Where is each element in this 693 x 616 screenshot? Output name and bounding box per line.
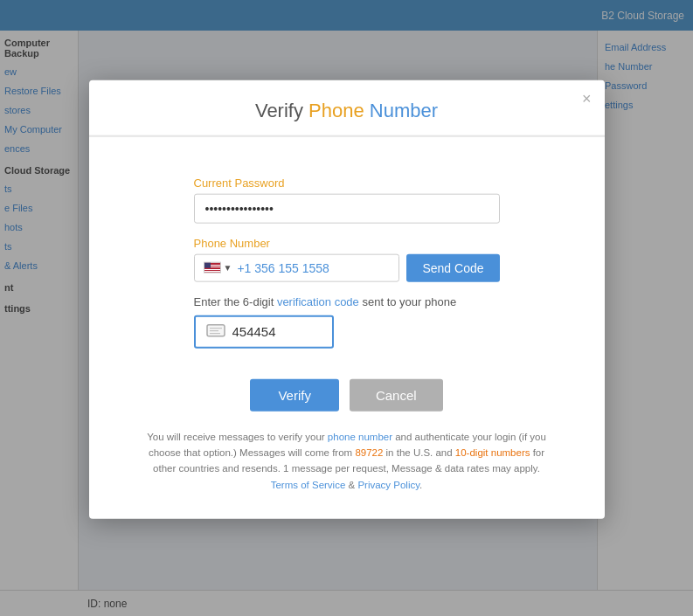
header-divider [89,135,605,136]
footer-line3: choose that option.) Messages will come … [149,447,356,458]
footer-amp: & [345,479,357,489]
footer-line2: and authenticate your login (if you [392,431,546,441]
sms-icon [206,323,225,339]
close-button[interactable]: × [582,90,592,106]
terms-of-service-link[interactable]: Terms of Service [271,479,346,489]
send-code-button[interactable]: Send Code [406,253,499,281]
footer-line1: You will receive messages to verify your [147,431,328,441]
title-number: Number [370,99,438,121]
verify-button[interactable]: Verify [250,378,339,411]
phone-number-input[interactable] [237,260,390,274]
verification-hint-blue: verification code [277,294,359,308]
cancel-button[interactable]: Cancel [350,378,443,411]
verification-code-input[interactable] [232,324,322,339]
verification-hint-part1: Enter the 6-digit [194,294,277,308]
footer-10digit-orange: 10-digit numbers [455,447,530,458]
footer-line5: for [530,447,544,458]
phone-input-wrapper: ▼ [194,253,400,281]
verification-input-wrapper [194,315,334,348]
phone-row: ▼ Send Code [194,253,500,281]
footer-line4: in the U.S. and [383,447,454,458]
modal-header: Verify Phone Number × [89,80,605,135]
title-phone: Phone [308,99,364,121]
phone-number-label: Phone Number [194,236,500,249]
modal-footer: You will receive messages to verify your… [89,428,605,493]
privacy-policy-link[interactable]: Privacy Policy [357,479,419,489]
footer-period: . [419,479,422,489]
modal-actions: Verify Cancel [89,378,605,411]
footer-line6: other countries and resends. 1 message p… [153,463,540,474]
flag-dropdown[interactable]: ▼ [204,262,232,273]
footer-number-orange: 89722 [355,447,383,458]
modal-body: Current Password Phone Number ▼ Send Cod… [89,154,605,378]
verification-label: Enter the 6-digit verification code sent… [194,294,500,308]
footer-phone-blue: phone number [328,431,392,441]
modal-title: Verify Phone Number [107,99,587,121]
current-password-label: Current Password [194,176,500,189]
flag-dropdown-arrow: ▼ [224,263,232,273]
us-flag-icon [204,262,221,273]
title-part1: Verify [255,99,308,121]
current-password-input[interactable] [194,193,500,223]
verify-phone-modal: Verify Phone Number × Current Password P… [89,80,605,519]
verification-hint-part2: sent to your phone [359,294,456,308]
